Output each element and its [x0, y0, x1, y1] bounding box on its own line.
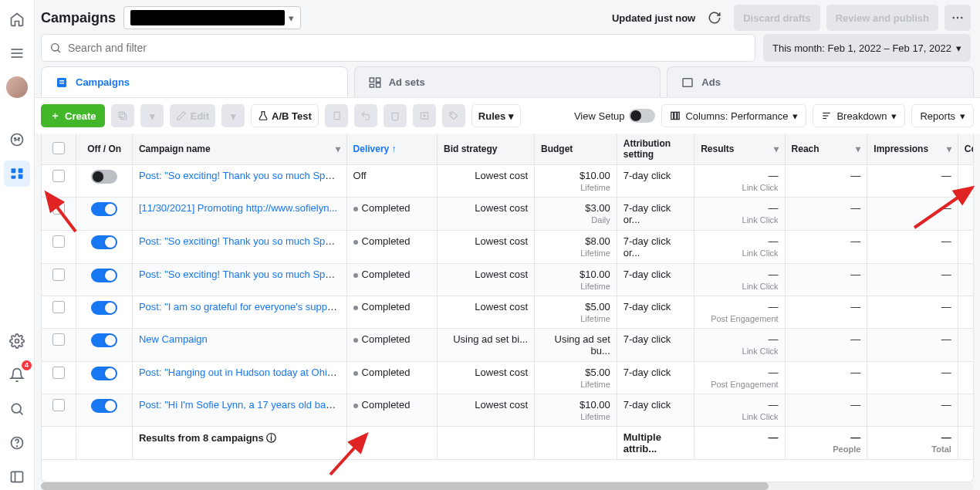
- table-row[interactable]: Post: "Hi I'm Sofie Lynn, a 17 years old…: [42, 394, 973, 427]
- refresh-button[interactable]: [701, 5, 728, 31]
- notifications-icon[interactable]: 4: [4, 362, 30, 388]
- table-scroll[interactable]: Off / On Campaign name ▾ Delivery ↑ Bid …: [42, 133, 973, 482]
- table-row[interactable]: Post: "Hanging out in Hudson today at Oh…: [42, 362, 973, 394]
- table-row[interactable]: Post: "I am so grateful for everyone's s…: [42, 296, 973, 329]
- delete-button[interactable]: [384, 104, 407, 127]
- search-field[interactable]: [68, 42, 747, 54]
- row-toggle[interactable]: [76, 264, 133, 296]
- tab-ads[interactable]: Ads: [667, 66, 974, 97]
- col-header-checkbox[interactable]: [42, 133, 76, 165]
- col-header-results[interactable]: Results ▾: [694, 133, 785, 165]
- delivery-cell: Completed: [346, 394, 437, 427]
- search-input[interactable]: [41, 34, 755, 62]
- col-header-name[interactable]: Campaign name ▾: [132, 133, 346, 165]
- campaign-name-link[interactable]: Post: "So exciting! Thank you so much Sp…: [132, 264, 346, 296]
- more-menu-button[interactable]: [945, 5, 971, 31]
- row-checkbox[interactable]: [42, 362, 76, 394]
- toolbar: ＋Create ▾ Edit ▾ A/B Test Rules▾ View Se…: [35, 97, 980, 133]
- breakdown-dropdown[interactable]: Breakdown▾: [813, 104, 905, 127]
- undo-button[interactable]: [354, 104, 377, 127]
- row-toggle[interactable]: [76, 329, 133, 362]
- col-header-offon[interactable]: Off / On: [76, 133, 133, 165]
- page-title: Campaigns: [41, 10, 116, 26]
- row-checkbox[interactable]: [42, 296, 76, 329]
- create-button[interactable]: ＋Create: [41, 104, 105, 127]
- rules-dropdown[interactable]: Rules▾: [471, 104, 521, 127]
- svg-rect-31: [334, 112, 340, 119]
- view-setup-toggle[interactable]: View Setup: [574, 109, 656, 123]
- search-rail-icon[interactable]: [4, 396, 30, 422]
- edit-dropdown[interactable]: ▾: [221, 104, 245, 127]
- settings-icon[interactable]: [4, 328, 30, 354]
- table-row[interactable]: [11/30/2021] Promoting http://www.sofiel…: [42, 198, 973, 231]
- campaign-name-link[interactable]: [11/30/2021] Promoting http://www.sofiel…: [132, 198, 346, 231]
- row-checkbox[interactable]: [42, 329, 76, 362]
- gauge-icon[interactable]: [4, 127, 30, 153]
- table-row[interactable]: Post: "So exciting! Thank you so much Sp…: [42, 231, 973, 264]
- campaign-name-link[interactable]: Post: "So exciting! Thank you so much Sp…: [132, 165, 346, 198]
- tab-adsets[interactable]: Ad sets: [354, 66, 661, 97]
- campaign-name-link[interactable]: Post: "Hi I'm Sofie Lynn, a 17 years old…: [132, 394, 346, 427]
- campaign-name-link[interactable]: Post: "I am so grateful for everyone's s…: [132, 296, 346, 329]
- home-icon[interactable]: [4, 6, 30, 32]
- svg-rect-6: [12, 168, 16, 173]
- table-row[interactable]: New CampaignCompletedUsing ad set bi...U…: [42, 329, 973, 362]
- collapse-icon[interactable]: [4, 464, 30, 490]
- row-toggle[interactable]: [76, 394, 133, 427]
- bid-cell: Lowest cost: [438, 231, 535, 264]
- row-toggle[interactable]: [76, 198, 133, 231]
- row-toggle[interactable]: [76, 231, 133, 264]
- col-header-delivery[interactable]: Delivery ↑: [346, 133, 437, 165]
- col-header-reach[interactable]: Reach ▾: [785, 133, 867, 165]
- copy-button[interactable]: [325, 104, 348, 127]
- campaign-name-link[interactable]: New Campaign: [132, 329, 346, 362]
- row-toggle[interactable]: [76, 362, 133, 394]
- tab-campaigns[interactable]: Campaigns: [41, 66, 348, 97]
- account-selector[interactable]: ▾: [123, 6, 301, 29]
- toggle-switch[interactable]: [629, 109, 655, 123]
- col-header-cpr[interactable]: Cost per resu: [958, 133, 973, 165]
- duplicate-dropdown[interactable]: ▾: [140, 104, 164, 127]
- row-checkbox[interactable]: [42, 198, 76, 231]
- ab-test-button[interactable]: A/B Test: [251, 104, 319, 127]
- avatar[interactable]: [4, 74, 30, 100]
- table-row[interactable]: Post: "So exciting! Thank you so much Sp…: [42, 264, 973, 296]
- edit-button[interactable]: Edit: [170, 104, 215, 127]
- chevron-down-icon: ▾: [289, 12, 294, 24]
- budget-cell: $10.00Lifetime: [535, 394, 617, 427]
- col-header-budget[interactable]: Budget: [535, 133, 617, 165]
- tag-button[interactable]: [442, 104, 465, 127]
- review-publish-button[interactable]: Review and publish: [826, 5, 938, 31]
- impressions-cell: —: [867, 165, 958, 198]
- reach-cell: —: [785, 296, 867, 329]
- table-row[interactable]: Post: "So exciting! Thank you so much Sp…: [42, 165, 973, 198]
- row-checkbox[interactable]: [42, 165, 76, 198]
- horizontal-scrollbar[interactable]: [41, 482, 974, 490]
- menu-icon[interactable]: [4, 40, 30, 66]
- row-checkbox[interactable]: [42, 264, 76, 296]
- row-checkbox[interactable]: [42, 231, 76, 264]
- row-toggle[interactable]: [76, 296, 133, 329]
- campaign-name-link[interactable]: Post: "Hanging out in Hudson today at Oh…: [132, 362, 346, 394]
- results-cell: —Link Click: [694, 264, 785, 296]
- export-button[interactable]: [413, 104, 436, 127]
- columns-dropdown[interactable]: Columns: Performance▾: [661, 104, 806, 127]
- col-header-bid[interactable]: Bid strategy: [438, 133, 535, 165]
- svg-rect-8: [12, 176, 16, 179]
- attribution-cell: 7-day click: [617, 362, 694, 394]
- date-range-picker[interactable]: This month: Feb 1, 2022 – Feb 17, 2022 ▾: [763, 34, 971, 62]
- discard-drafts-button[interactable]: Discard drafts: [734, 5, 819, 31]
- reports-dropdown[interactable]: Reports▾: [911, 104, 974, 127]
- cpr-cell: Per Post Enga: [958, 362, 973, 394]
- row-toggle[interactable]: [76, 165, 133, 198]
- svg-rect-7: [19, 168, 23, 173]
- campaign-name-link[interactable]: Post: "So exciting! Thank you so much Sp…: [132, 231, 346, 264]
- ads-manager-icon[interactable]: [4, 161, 30, 187]
- chevron-down-icon: ▾: [792, 110, 798, 122]
- plus-icon: ＋: [50, 109, 60, 123]
- duplicate-button[interactable]: [111, 104, 134, 127]
- col-header-impressions[interactable]: Impressions ▾: [867, 133, 958, 165]
- row-checkbox[interactable]: [42, 394, 76, 427]
- col-header-attribution[interactable]: Attribution setting: [617, 133, 694, 165]
- help-icon[interactable]: [4, 430, 30, 456]
